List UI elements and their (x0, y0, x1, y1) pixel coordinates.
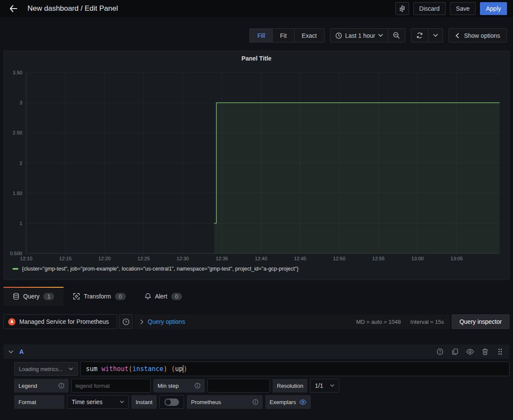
svg-text:3.50: 3.50 (13, 70, 22, 75)
question-circle-icon: ? (122, 318, 130, 326)
datasource-help-button[interactable]: ? (119, 314, 133, 329)
time-range-label: Last 1 hour (345, 32, 375, 39)
tab-transform-count: 0 (115, 293, 126, 300)
delete-query-button[interactable] (481, 347, 489, 356)
svg-text:1: 1 (20, 221, 22, 226)
query-row-header[interactable]: A ? (3, 344, 510, 359)
toggle-switch-off (164, 399, 179, 406)
svg-text:12:15: 12:15 (59, 256, 72, 261)
chevron-down-icon (330, 384, 334, 387)
tab-transform-label: Transform (84, 293, 111, 300)
tab-query-count: 1 (43, 293, 54, 300)
svg-text:?: ? (439, 350, 441, 354)
query-editor-card: A ? Loading metrics... sum without(insta… (3, 344, 510, 409)
svg-text:1.50: 1.50 (13, 191, 22, 196)
chevron-down-icon (120, 401, 124, 403)
chevron-down-icon (433, 34, 438, 37)
resolution-select[interactable]: 1/1 (310, 379, 339, 393)
collapse-chevron-icon[interactable] (9, 350, 13, 353)
tab-query[interactable]: Query 1 (3, 287, 64, 306)
gear-icon (399, 5, 406, 12)
query-options-summary: MD = auto = 1048 Interval = 15s (356, 319, 444, 325)
database-icon (13, 293, 19, 300)
promql-expression-input[interactable]: sum without(instance) (up) (80, 362, 510, 376)
instant-toggle[interactable] (159, 395, 184, 409)
refresh-interval-dropdown[interactable] (428, 29, 443, 42)
info-icon[interactable] (194, 383, 200, 389)
back-button[interactable] (7, 2, 20, 15)
question-circle-icon: ? (437, 348, 443, 355)
tab-transform[interactable]: Transform 0 (64, 287, 135, 306)
svg-text:13:00: 13:00 (411, 256, 424, 261)
max-data-points-info: MD = auto = 1048 (356, 319, 401, 325)
query-inspector-button[interactable]: Query inspector (452, 314, 510, 329)
datasource-row: Managed Service for Prometheus ? Query o… (3, 314, 510, 329)
page-title: New dashboard / Edit Panel (27, 4, 118, 13)
svg-text:12:10: 12:10 (20, 256, 33, 261)
resolution-label: Resolution (273, 379, 307, 393)
view-mode-group: Fill Fit Exact (249, 28, 324, 43)
prometheus-logo-icon (8, 318, 15, 326)
header-actions: Discard Save Apply (395, 2, 507, 15)
metric-select-placeholder: Loading metrics... (19, 366, 63, 372)
svg-text:2.50: 2.50 (13, 130, 22, 135)
svg-text:12:20: 12:20 (98, 256, 111, 261)
format-select[interactable]: Time series (67, 395, 129, 409)
svg-text:12:45: 12:45 (294, 256, 307, 261)
info-icon[interactable] (58, 383, 64, 389)
toggle-query-visibility-button[interactable] (466, 347, 474, 356)
resolution-value: 1/1 (315, 382, 323, 389)
metric-select[interactable]: Loading metrics... (14, 362, 78, 376)
chart-legend[interactable]: {cluster="gmp-test", job="prom-example",… (4, 265, 509, 272)
apply-button[interactable]: Apply (480, 2, 507, 15)
panel-preview: Panel Title 12:1012:1512:2012:2512:3012:… (3, 51, 510, 280)
tab-alert[interactable]: Alert 0 (135, 287, 191, 306)
query-help-button[interactable]: ? (436, 347, 444, 356)
series-color-swatch (12, 268, 18, 270)
duplicate-query-button[interactable] (451, 347, 459, 356)
view-mode-exact[interactable]: Exact (294, 29, 324, 42)
svg-text:0.500: 0.500 (10, 251, 22, 256)
clock-icon (335, 32, 342, 39)
top-header: New dashboard / Edit Panel Discard Save … (0, 0, 513, 17)
svg-text:12:40: 12:40 (255, 256, 267, 261)
interval-info: Interval = 15s (410, 319, 444, 325)
exemplars-toggle[interactable]: Exemplars (265, 395, 311, 409)
min-step-label: Min step (153, 379, 205, 393)
min-step-input[interactable] (207, 379, 270, 393)
format-label: Format (14, 395, 64, 409)
discard-button[interactable]: Discard (413, 2, 446, 15)
svg-text:12:50: 12:50 (333, 256, 346, 261)
view-mode-fit[interactable]: Fit (273, 29, 294, 42)
show-options-label: Show options (464, 32, 500, 39)
refresh-button[interactable] (411, 29, 428, 42)
time-picker-group: Last 1 hour (330, 28, 405, 43)
chevron-right-icon (140, 320, 143, 324)
panel-title: Panel Title (4, 51, 509, 63)
zoom-out-button[interactable] (388, 29, 405, 42)
datasource-picker[interactable]: Managed Service for Prometheus (3, 314, 117, 329)
chevron-down-icon (378, 34, 383, 37)
query-options-toggle[interactable]: Query options (148, 318, 185, 325)
refresh-group (411, 28, 443, 43)
legend-format-input[interactable] (71, 379, 151, 393)
save-button[interactable]: Save (450, 2, 476, 15)
info-icon[interactable] (252, 399, 258, 405)
refresh-icon (416, 32, 423, 39)
legend-label: Legend (14, 379, 69, 393)
view-mode-fill[interactable]: Fill (250, 29, 273, 42)
time-series-chart[interactable]: 12:1012:1512:2012:2512:3012:3512:4012:45… (4, 63, 509, 265)
query-options-bar: Query options MD = auto = 1048 Interval … (134, 314, 450, 329)
svg-text:?: ? (124, 320, 127, 324)
series-label: {cluster="gmp-test", job="prom-example",… (22, 266, 298, 272)
drag-handle[interactable] (496, 347, 504, 356)
time-range-picker[interactable]: Last 1 hour (331, 29, 388, 42)
query-row-actions: ? (436, 347, 504, 356)
bell-icon (145, 293, 151, 300)
transform-icon (73, 293, 80, 300)
panel-settings-button[interactable] (395, 2, 409, 15)
tab-alert-count: 0 (171, 293, 182, 300)
show-options-button[interactable]: Show options (449, 28, 507, 43)
svg-text:2: 2 (20, 161, 22, 166)
chevron-down-icon (69, 368, 73, 370)
